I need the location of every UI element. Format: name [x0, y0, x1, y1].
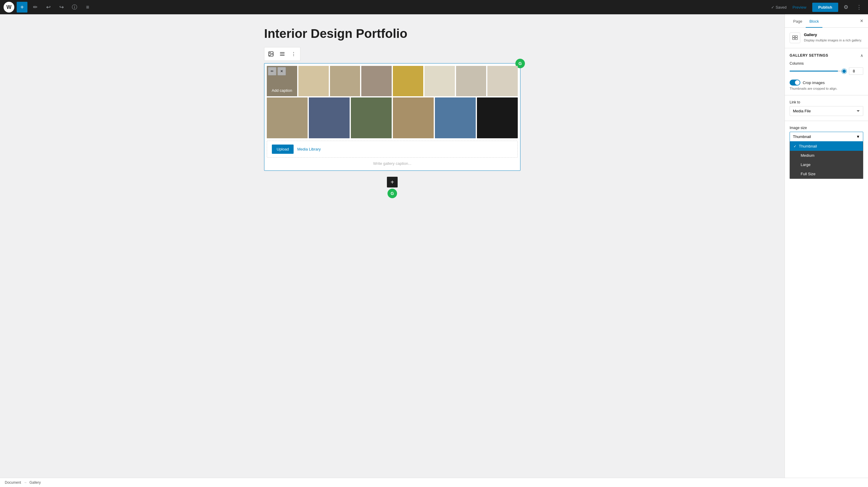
- breadcrumb-arrow: →: [24, 481, 27, 485]
- columns-slider[interactable]: [789, 71, 846, 71]
- breadcrumb-gallery[interactable]: Gallery: [30, 481, 41, 485]
- upload-button[interactable]: Upload: [272, 145, 293, 154]
- svg-rect-5: [793, 36, 795, 37]
- tools-button[interactable]: ✏: [30, 2, 40, 12]
- gallery-settings-section: Gallery settings ∧ Columns: [785, 48, 868, 95]
- dropdown-item-full-size[interactable]: Full Size: [790, 169, 863, 179]
- gallery-image-2[interactable]: [299, 66, 329, 96]
- block-info-text: Gallery Display multiple images in a ric…: [804, 32, 862, 42]
- image-block-icon-button[interactable]: [266, 49, 276, 59]
- gallery-image-13[interactable]: [435, 97, 476, 138]
- editor-area: Interior Design Portfolio ⋮ G: [0, 14, 784, 478]
- columns-row: [789, 67, 863, 75]
- media-library-button[interactable]: Media Library: [297, 147, 321, 151]
- gallery-image-11[interactable]: [351, 97, 392, 138]
- main-layout: Interior Design Portfolio ⋮ G: [0, 14, 868, 478]
- gallery-image-1[interactable]: ✏ ✕ Add caption: [267, 66, 297, 96]
- columns-input[interactable]: [849, 67, 863, 75]
- crop-images-toggle[interactable]: [789, 80, 800, 86]
- crop-toggle-row: Crop images: [789, 80, 863, 86]
- undo-button[interactable]: ↩: [43, 2, 54, 12]
- gallery-image-14[interactable]: [477, 97, 518, 138]
- settings-button[interactable]: ⚙: [841, 2, 851, 12]
- gallery-image-3[interactable]: [330, 66, 361, 96]
- gallery-settings-toggle[interactable]: ∧: [860, 53, 863, 58]
- image-size-dropdown-list: ✓ Thumbnail Medium Large: [789, 142, 863, 179]
- redo-button[interactable]: ↪: [56, 2, 67, 12]
- link-to-section: Link to None Media File Attachment Page: [785, 95, 868, 121]
- svg-rect-8: [795, 38, 798, 40]
- bottom-bar: Document → Gallery: [0, 478, 868, 487]
- info-button[interactable]: ⓘ: [69, 2, 80, 12]
- gallery-block: G ✏ ✕ Add caption: [264, 63, 521, 171]
- check-icon: ✓: [794, 144, 797, 148]
- list-view-button[interactable]: ≡: [82, 2, 93, 12]
- columns-control: Columns: [789, 61, 863, 75]
- gallery-settings-header: Gallery settings ∧: [789, 53, 863, 58]
- image-caption-overlay: Add caption: [267, 66, 297, 96]
- image-size-trigger[interactable]: Thumbnail ▼: [789, 132, 863, 142]
- add-block-area: + G: [264, 173, 521, 198]
- gallery-row-1: ✏ ✕ Add caption: [267, 66, 518, 96]
- image-size-section: Image size Thumbnail ▼ ✓ Thumbnail Med: [785, 121, 868, 142]
- gallery-image-6[interactable]: [425, 66, 455, 96]
- sidebar-tabs: Page Block ×: [785, 14, 868, 28]
- publish-button[interactable]: Publish: [812, 3, 838, 12]
- grammarly-avatar-bottom: G: [388, 189, 397, 198]
- sidebar-close-button[interactable]: ×: [860, 14, 863, 27]
- align-icon-button[interactable]: [277, 49, 288, 59]
- block-toolbar: ⋮: [264, 47, 301, 61]
- gallery-image-12[interactable]: [393, 97, 434, 138]
- link-to-select[interactable]: None Media File Attachment Page: [789, 106, 863, 116]
- image-size-dropdown: Thumbnail ▼ ✓ Thumbnail Medium: [789, 132, 863, 142]
- gallery-row-2: [267, 97, 518, 138]
- gallery-image-10[interactable]: [309, 97, 350, 138]
- svg-rect-6: [795, 36, 798, 37]
- tab-block[interactable]: Block: [806, 14, 823, 28]
- page-title[interactable]: Interior Design Portfolio: [264, 26, 521, 41]
- topbar: W + ✏ ↩ ↪ ⓘ ≡ ✓ Saved Preview Publish ⚙ …: [0, 0, 868, 14]
- gallery-image-7[interactable]: [456, 66, 487, 96]
- dropdown-item-medium[interactable]: Medium: [790, 151, 863, 160]
- gallery-image-5[interactable]: [393, 66, 423, 96]
- block-type-icon: [789, 32, 800, 43]
- svg-rect-7: [793, 38, 795, 40]
- gallery-image-4[interactable]: [361, 66, 392, 96]
- svg-point-1: [270, 53, 271, 54]
- dropdown-item-large[interactable]: Large: [790, 160, 863, 169]
- breadcrumb-document[interactable]: Document: [5, 481, 21, 485]
- add-block-button[interactable]: +: [387, 177, 398, 187]
- gallery-caption-field[interactable]: Write gallery caption...: [267, 160, 518, 168]
- dropdown-item-thumbnail[interactable]: ✓ Thumbnail: [790, 142, 863, 151]
- chevron-down-icon: ▼: [856, 134, 860, 139]
- upload-row: Upload Media Library: [267, 141, 518, 158]
- more-options-button[interactable]: ⋮: [854, 2, 864, 12]
- toggle-thumb: [795, 80, 800, 85]
- block-info: Gallery Display multiple images in a ric…: [785, 28, 868, 48]
- sidebar-body: Gallery Display multiple images in a ric…: [785, 28, 868, 478]
- more-options-block-button[interactable]: ⋮: [288, 49, 299, 59]
- gallery-image-8[interactable]: [487, 66, 518, 96]
- wordpress-logo[interactable]: W: [4, 2, 14, 12]
- preview-button[interactable]: Preview: [789, 5, 810, 9]
- gallery-image-9[interactable]: [267, 97, 308, 138]
- editor-content: Interior Design Portfolio ⋮ G: [264, 26, 521, 198]
- sidebar: Page Block × Gallery Display multiple im…: [784, 14, 868, 478]
- saved-status: ✓ Saved: [771, 5, 786, 9]
- crop-images-control: Crop images Thumbnails are cropped to al…: [789, 80, 863, 90]
- tab-page[interactable]: Page: [789, 14, 806, 28]
- add-block-topbar-button[interactable]: +: [17, 2, 27, 12]
